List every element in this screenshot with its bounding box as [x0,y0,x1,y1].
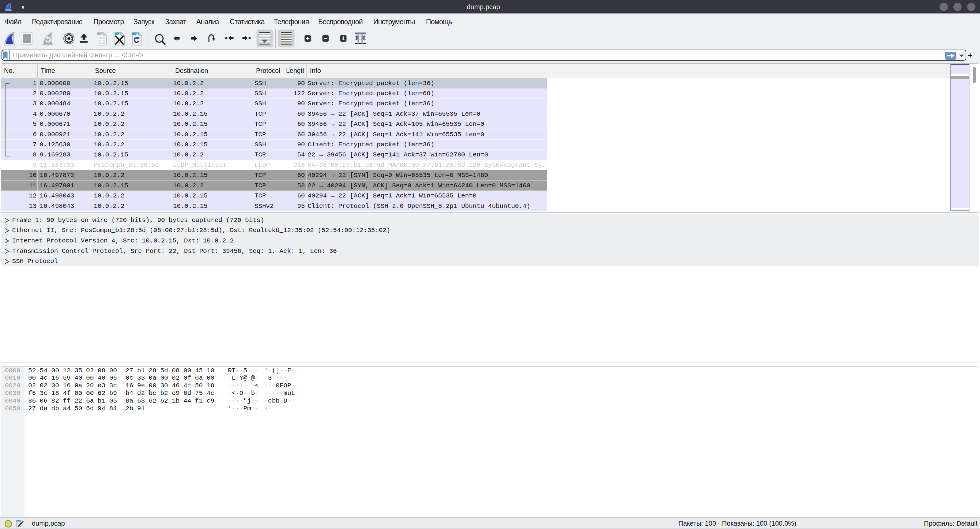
svg-text:01010: 01010 [98,37,105,40]
svg-text:01110: 01110 [98,42,105,44]
svg-text:1: 1 [342,36,345,41]
svg-text:01101: 01101 [98,40,105,42]
